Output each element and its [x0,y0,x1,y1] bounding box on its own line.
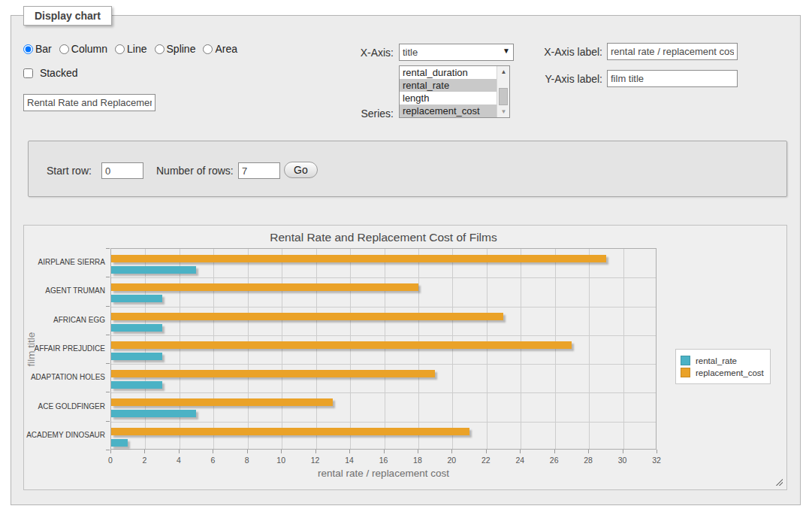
chart-type-spline-radio[interactable] [155,44,165,54]
series-label: Series: [297,108,394,120]
x-tick-mark [247,450,248,453]
x-tick-label: 10 [270,456,292,465]
bar-replacement_cost [111,313,503,320]
legend-label: replacement_cost [696,368,764,377]
x-tick-label: 2 [133,456,155,465]
gridline [111,392,656,393]
x-axis-select-label: X-Axis: [297,47,394,59]
gridline [521,249,521,449]
gridline [213,249,214,449]
category-label: AIRPLANE SIERRA [24,258,105,267]
x-tick-mark [349,450,350,453]
scroll-up-icon[interactable]: ▲ [497,66,510,77]
series-option-length[interactable]: length [400,92,497,105]
x-axis-select-wrap: title ▼ [399,44,514,61]
stacked-checkbox[interactable] [23,68,33,78]
chart-title-input[interactable] [23,94,155,111]
gridline [385,249,385,449]
resize-handle-icon[interactable] [774,477,783,486]
x-tick-mark [623,450,623,453]
gridline [350,249,351,449]
legend-item: rental_rate [681,356,764,365]
series-listbox[interactable]: rental_durationrental_ratelengthreplacem… [399,65,510,118]
bar-replacement_cost [111,255,606,262]
x-tick-label: 8 [236,456,258,465]
x-axis-title: rental rate / replacement cost [110,468,657,479]
x-tick-label: 12 [304,456,327,465]
bar-rental_rate [111,353,162,360]
x-tick-label: 30 [611,456,634,465]
chart-type-spline-label: Spline [155,43,196,55]
series-option-rental_duration[interactable]: rental_duration [400,66,497,79]
scroll-down-icon[interactable]: ▼ [497,106,510,117]
y-tick-mark [106,248,110,249]
rows-panel: Start row: Number of rows: Go [28,141,787,197]
gridline [589,249,590,449]
gridline [111,422,656,423]
bar-rental_rate [111,410,196,417]
bar-replacement_cost [111,341,572,349]
chart-type-line-label: Line [115,43,146,55]
y-tick-mark [106,421,110,422]
go-button[interactable]: Go [284,162,318,178]
gridline [111,277,656,278]
chart-type-area-radio[interactable] [203,44,213,54]
legend: rental_ratereplacement_cost [675,349,771,384]
gridline [111,307,656,308]
legend-label: rental_rate [696,356,737,365]
x-tick-mark [554,450,555,453]
num-rows-label: Number of rows: [156,165,234,177]
y-tick-mark [106,277,110,277]
x-tick-label: 22 [475,456,497,465]
bar-replacement_cost [111,370,435,377]
legend-swatch [681,368,690,377]
x-axis-label-input[interactable] [607,43,738,60]
x-tick-label: 16 [373,456,395,465]
x-axis-select[interactable]: title [399,44,514,61]
page: Display chart BarColumnLineSplineArea St… [0,0,812,512]
category-label: ACADEMY DINOSAUR [24,431,105,440]
series-option-replacement_cost[interactable]: replacement_cost [400,105,497,117]
chart-type-bar-label: Bar [23,43,52,55]
series-scrollbar[interactable]: ▲ ▼ [497,66,509,117]
chart-type-radio-group: BarColumnLineSplineArea [23,43,245,55]
gridline [180,249,180,449]
category-label: AFRICAN EGG [24,316,105,325]
stacked-label: Stacked [40,67,78,79]
chart-type-column-radio[interactable] [59,44,69,54]
category-label: AFFAIR PREJUDICE [24,344,105,353]
x-tick-mark [451,450,452,453]
y-axis-label-label: Y-Axis label: [511,73,602,85]
category-label: AGENT TRUMAN [24,286,105,295]
series-option-rental_rate[interactable]: rental_rate [400,79,497,92]
bar-replacement_cost [111,283,418,291]
bar-replacement_cost [111,428,469,435]
x-tick-mark [281,450,282,453]
scrollbar-thumb[interactable] [499,88,508,105]
x-tick-mark [110,450,111,453]
chart-type-bar-radio[interactable] [23,44,33,54]
x-tick-mark [520,450,521,453]
x-tick-label: 32 [645,456,668,465]
gridline [555,249,556,449]
y-tick-mark [106,450,110,450]
x-tick-label: 28 [577,456,599,465]
start-row-input[interactable] [101,162,143,179]
legend-swatch [681,356,690,365]
stacked-row: Stacked [23,67,77,79]
chart-type-line-radio[interactable] [115,44,125,54]
num-rows-input[interactable] [238,162,280,179]
gridline [111,335,656,336]
bar-rental_rate [111,439,128,447]
category-label: ACE GOLDFINGER [24,402,105,411]
y-axis-label-input[interactable] [607,70,738,87]
x-tick-mark [486,450,487,453]
x-tick-mark [418,450,418,453]
x-tick-label: 18 [406,456,429,465]
x-tick-mark [213,450,213,453]
gridline [623,249,624,449]
display-chart-fieldset: Display chart BarColumnLineSplineArea St… [11,15,801,505]
y-tick-mark [106,306,110,307]
x-tick-label: 6 [201,456,224,465]
gridline [145,249,146,449]
